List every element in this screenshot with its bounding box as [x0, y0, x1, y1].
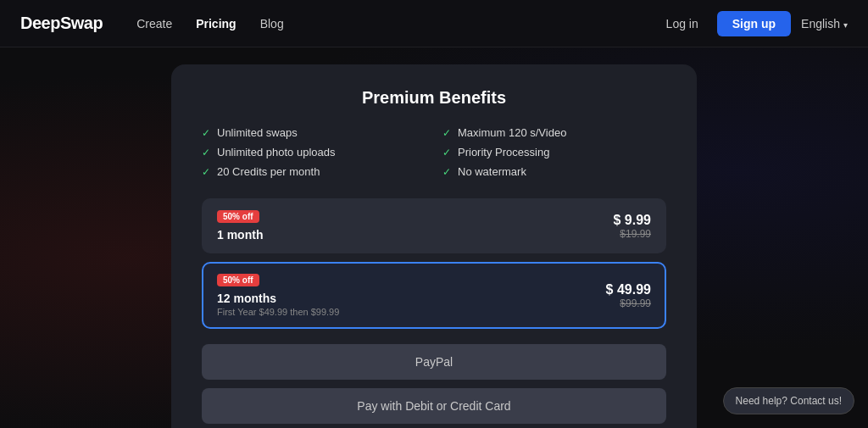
- checkmark-icon: ✓: [202, 147, 210, 158]
- benefit-item: ✓ Maximum 120 s/Video: [442, 126, 666, 139]
- plan-1month-left: 50% off 1 month: [217, 210, 263, 242]
- plan-12months-original: $99.99: [606, 297, 651, 309]
- checkmark-icon: ✓: [202, 127, 210, 139]
- plan-12months-sub: First Year $49.99 then $99.99: [217, 307, 339, 317]
- nav-link-create[interactable]: Create: [136, 17, 172, 31]
- checkmark-icon: ✓: [442, 147, 451, 158]
- main-content: Premium Benefits ✓ Unlimited swaps ✓ Max…: [0, 47, 868, 428]
- plan-12months-name: 12 months: [217, 292, 339, 305]
- discount-badge-12months: 50% off: [217, 274, 259, 286]
- discount-badge-1month: 50% off: [217, 210, 259, 223]
- plan-12months-right: $ 49.99 $99.99: [606, 282, 651, 309]
- checkmark-icon: ✓: [442, 166, 451, 178]
- nav-right: Log in Sign up English: [658, 11, 848, 36]
- checkmark-icon: ✓: [442, 127, 451, 139]
- help-button[interactable]: Need help? Contact us!: [723, 387, 854, 414]
- payment-buttons: PayPal Pay with Debit or Credit Card: [202, 344, 666, 424]
- language-selector[interactable]: English: [801, 17, 848, 31]
- premium-card: Premium Benefits ✓ Unlimited swaps ✓ Max…: [171, 64, 697, 428]
- pricing-options: 50% off 1 month $ 9.99 $19.99 50% off 12…: [202, 198, 666, 329]
- logo[interactable]: DeepSwap: [20, 14, 103, 33]
- signup-button[interactable]: Sign up: [717, 11, 791, 36]
- benefit-item: ✓ Priority Processing: [442, 146, 666, 158]
- plan-1month-original: $19.99: [614, 228, 651, 240]
- plan-12months-price: $ 49.99: [606, 282, 651, 297]
- benefits-grid: ✓ Unlimited swaps ✓ Maximum 120 s/Video …: [202, 126, 666, 178]
- premium-card-title: Premium Benefits: [202, 88, 666, 108]
- paypal-button[interactable]: PayPal: [202, 344, 666, 380]
- nav-link-blog[interactable]: Blog: [260, 17, 284, 31]
- nav-links: Create Pricing Blog: [136, 17, 657, 31]
- chevron-down-icon: [843, 17, 848, 31]
- benefit-item: ✓ 20 Credits per month: [202, 165, 426, 178]
- plan-12months-left: 50% off 12 months First Year $49.99 then…: [217, 274, 339, 317]
- benefit-item: ✓ Unlimited photo uploads: [202, 146, 426, 158]
- navbar: DeepSwap Create Pricing Blog Log in Sign…: [0, 0, 868, 47]
- plan-1month-right: $ 9.99 $19.99: [614, 213, 651, 240]
- nav-link-pricing[interactable]: Pricing: [196, 17, 236, 31]
- plan-1month[interactable]: 50% off 1 month $ 9.99 $19.99: [202, 198, 666, 253]
- plan-12months[interactable]: 50% off 12 months First Year $49.99 then…: [202, 262, 666, 329]
- benefit-item: ✓ No watermark: [442, 165, 666, 178]
- checkmark-icon: ✓: [202, 166, 210, 178]
- plan-1month-price: $ 9.99: [614, 213, 651, 228]
- benefit-item: ✓ Unlimited swaps: [202, 126, 426, 139]
- login-button[interactable]: Log in: [658, 12, 707, 36]
- plan-1month-name: 1 month: [217, 228, 263, 242]
- credit-card-button[interactable]: Pay with Debit or Credit Card: [202, 388, 666, 424]
